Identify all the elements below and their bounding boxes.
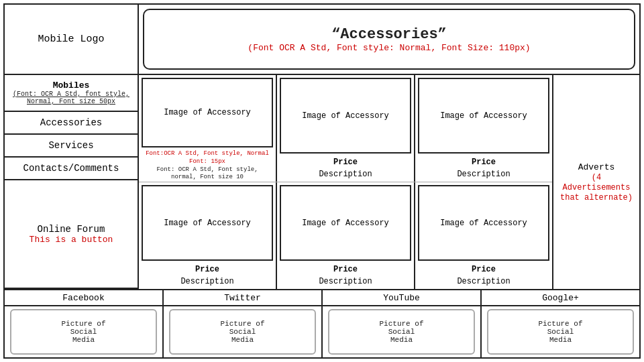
product-image-1-1: Image of Accessory	[142, 78, 273, 147]
youtube-label: YouTube	[323, 290, 480, 306]
product-description-2-2: Description	[277, 276, 414, 289]
product-description-1-3: Description	[415, 168, 552, 182]
sidebar-item-accessories[interactable]: Accessories	[5, 112, 138, 135]
services-label: Services	[48, 140, 93, 151]
online-forum-label: Online Forum	[38, 224, 105, 235]
googleplus-label: Google+	[482, 290, 639, 306]
social-section-googleplus: Google+ Picture ofSocialMedia	[482, 290, 639, 357]
product-price-1-3: Price	[415, 156, 552, 168]
sidebar: Mobiles (Font: OCR A Std, font style, No…	[5, 75, 139, 289]
product-description-2-3: Description	[415, 276, 552, 289]
adverts-sub: (4 Advertisements that alternate)	[560, 173, 633, 202]
page-wrapper: Mobile Logo “Accessories” (Font OCR A St…	[3, 3, 641, 359]
product-cell-1-2: Image of Accessory Price Description	[277, 75, 415, 182]
product-image-1-3: Image of Accessory	[418, 78, 549, 154]
youtube-picture: Picture ofSocialMedia	[328, 309, 475, 355]
sidebar-item-online-forum: Online Forum This is a button	[5, 180, 138, 289]
sidebar-item-contacts[interactable]: Contacts/Comments	[5, 158, 138, 180]
adverts-label: Adverts	[578, 162, 615, 172]
twitter-picture: Picture ofSocialMedia	[169, 309, 316, 355]
product-price-2-3: Price	[415, 263, 552, 276]
product-cell-1-1: Image of Accessory Font:OCR A Std, Font …	[139, 75, 277, 182]
product-cell-2-1: Image of Accessory Price Description	[139, 182, 277, 289]
product-description-1-2: Description	[277, 168, 414, 182]
bottom-row: Facebook Picture ofSocialMedia Twitter P…	[5, 290, 639, 357]
facebook-label: Facebook	[5, 290, 162, 306]
facebook-picture: Picture ofSocialMedia	[10, 309, 157, 355]
social-section-facebook: Facebook Picture ofSocialMedia	[5, 290, 164, 357]
mobile-logo: Mobile Logo	[5, 5, 139, 74]
product-columns: Image of Accessory Font:OCR A Std, Font …	[139, 75, 552, 289]
adverts-column: Adverts (4 Advertisements that alternate…	[552, 75, 639, 289]
header-title-box: “Accessories” (Font OCR A Std, Font styl…	[143, 9, 635, 70]
adverts-text: Adverts (4 Advertisements that alternate…	[559, 162, 634, 202]
product-cell-2-2: Image of Accessory Price Description	[277, 182, 415, 289]
mobile-logo-label: Mobile Logo	[38, 34, 104, 45]
online-forum-button[interactable]: This is a button	[30, 235, 113, 245]
product-row-1: Image of Accessory Font:OCR A Std, Font …	[139, 75, 552, 182]
product-price-1-2: Price	[277, 156, 414, 168]
price-font-info-1: Font:OCR A Std, Font style, NormalFont: …	[139, 150, 276, 166]
twitter-label: Twitter	[164, 290, 321, 306]
product-image-2-2: Image of Accessory	[280, 185, 411, 261]
price-font-info-2: Font: OCR A Std, Font style,normal, Font…	[139, 166, 276, 182]
contacts-label: Contacts/Comments	[23, 163, 119, 174]
product-price-2-2: Price	[277, 263, 414, 276]
mobiles-sub: (Font: OCR A Std, font style, Normal, Fo…	[11, 90, 131, 105]
product-grid: Image of Accessory Font:OCR A Std, Font …	[139, 75, 639, 289]
product-image-2-3: Image of Accessory	[418, 185, 549, 261]
product-image-2-1: Image of Accessory	[142, 185, 273, 261]
middle-row: Mobiles (Font: OCR A Std, font style, No…	[5, 75, 639, 290]
top-row: Mobile Logo “Accessories” (Font OCR A St…	[5, 5, 639, 75]
product-row-2: Image of Accessory Price Description Ima…	[139, 182, 552, 289]
sidebar-item-services[interactable]: Services	[5, 135, 138, 158]
product-image-1-2: Image of Accessory	[280, 78, 411, 154]
social-section-twitter: Twitter Picture ofSocialMedia	[164, 290, 323, 357]
header-title-main: “Accessories”	[331, 26, 447, 43]
mobiles-label: Mobiles	[53, 80, 90, 90]
product-cell-2-3: Image of Accessory Price Description	[415, 182, 552, 289]
product-price-2-1: Price	[139, 263, 276, 276]
main-content: Image of Accessory Font:OCR A Std, Font …	[139, 75, 639, 289]
sidebar-item-mobiles[interactable]: Mobiles (Font: OCR A Std, font style, No…	[5, 75, 138, 112]
social-section-youtube: YouTube Picture ofSocialMedia	[323, 290, 482, 357]
accessories-label: Accessories	[40, 117, 102, 128]
product-cell-1-3: Image of Accessory Price Description	[415, 75, 552, 182]
product-description-2-1: Description	[139, 276, 276, 289]
googleplus-picture: Picture ofSocialMedia	[487, 309, 634, 355]
header-title-sub: (Font OCR A Std, Font style: Normal, Fon…	[248, 43, 530, 53]
